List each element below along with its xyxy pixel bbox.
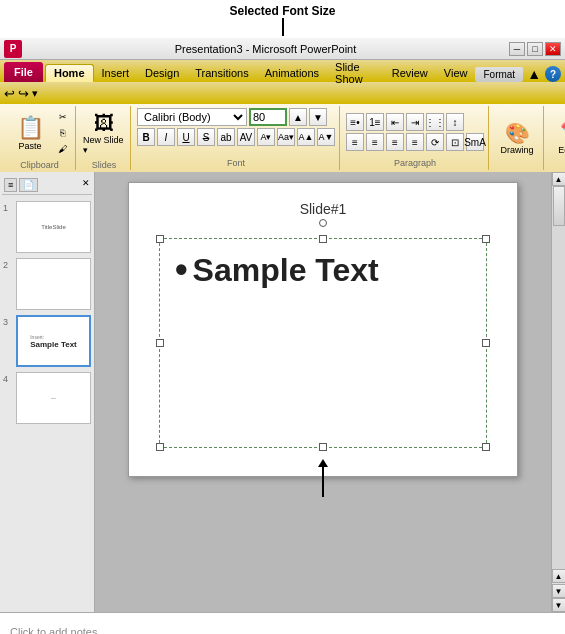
columns-button[interactable]: ⋮⋮ <box>426 113 444 131</box>
tab-home[interactable]: Home <box>45 64 94 82</box>
scroll-thumb[interactable] <box>553 186 565 226</box>
align-right-btn[interactable]: ≡ <box>386 133 404 151</box>
paste-icon: 📋 <box>17 115 44 141</box>
scroll-down-btn[interactable]: ▼ <box>552 598 566 612</box>
grow-font-btn[interactable]: A▲ <box>297 128 315 146</box>
scroll-up-btn[interactable]: ▲ <box>552 172 566 186</box>
font-color-btn[interactable]: A▾ <box>257 128 275 146</box>
bottom-arrow <box>318 459 328 497</box>
panel-outline-btn[interactable]: 📄 <box>19 178 38 192</box>
collapse-ribbon-btn[interactable]: ▲ <box>527 66 541 82</box>
redo-button[interactable]: ↪ <box>18 86 29 101</box>
handle-tc[interactable] <box>319 235 327 243</box>
shadow-button[interactable]: ab <box>217 128 235 146</box>
text-direction-btn[interactable]: ⟳ <box>426 133 444 151</box>
convert-smartart-btn[interactable]: SmA <box>466 133 484 151</box>
slide-panel: ≡ 📄 ✕ 1 TitleSlide 2 3 Insert: Sample Te… <box>0 172 95 612</box>
shrink-font-btn[interactable]: A▼ <box>317 128 335 146</box>
undo-button[interactable]: ↩ <box>4 86 15 101</box>
tab-review[interactable]: Review <box>384 64 436 82</box>
slide-thumbnail-3[interactable]: 3 Insert: Sample Text <box>2 314 92 368</box>
italic-button[interactable]: I <box>157 128 175 146</box>
paste-button[interactable]: 📋 Paste <box>8 108 52 158</box>
editing-label: Editing <box>558 145 565 155</box>
format-painter-button[interactable]: 🖌 <box>54 142 71 156</box>
arrow-head-up <box>318 459 328 467</box>
tab-slideshow[interactable]: Slide Show <box>327 64 384 82</box>
align-left-btn[interactable]: ≡ <box>346 133 364 151</box>
handle-ml[interactable] <box>156 339 164 347</box>
underline-button[interactable]: U <box>177 128 195 146</box>
sample-text: Sample Text <box>193 252 379 289</box>
handle-bc[interactable] <box>319 443 327 451</box>
copy-button[interactable]: ⎘ <box>54 126 71 140</box>
panel-view-btn[interactable]: ≡ <box>4 178 17 192</box>
slide-thumbnail-4[interactable]: 4 — <box>2 371 92 425</box>
ribbon-group-paragraph: ≡• 1≡ ⇤ ⇥ ⋮⋮ ↕ ≡ ≡ ≡ ≡ ⟳ ⊡ SmA Paragr <box>342 106 489 170</box>
justify-btn[interactable]: ≡ <box>406 133 424 151</box>
handle-mr[interactable] <box>482 339 490 347</box>
tab-design[interactable]: Design <box>137 64 187 82</box>
font-size-increase-btn[interactable]: ▲ <box>289 108 307 126</box>
customize-quick-access[interactable]: ▾ <box>32 87 38 100</box>
new-slide-icon: 🖼 <box>94 112 114 135</box>
font-section: Calibri (Body) ▲ ▼ B I U S ab AV A▾ Aa▾ … <box>137 108 335 146</box>
tab-insert[interactable]: Insert <box>94 64 138 82</box>
tab-transitions[interactable]: Transitions <box>187 64 256 82</box>
character-spacing-button[interactable]: AV <box>237 128 255 146</box>
notes-placeholder: Click to add notes <box>10 626 97 635</box>
text-box-selected[interactable]: • Sample Text <box>159 238 487 448</box>
scroll-next-slide-btn[interactable]: ▼ <box>552 584 566 598</box>
handle-tr[interactable] <box>482 235 490 243</box>
font-row-2: B I U S ab AV A▾ Aa▾ A▲ A▼ <box>137 128 335 146</box>
main-area: ≡ 📄 ✕ 1 TitleSlide 2 3 Insert: Sample Te… <box>0 172 565 612</box>
drawing-button[interactable]: 🎨 Drawing <box>495 113 539 163</box>
text-highlight-btn[interactable]: Aa▾ <box>277 128 295 146</box>
format-tab[interactable]: Format <box>475 67 523 82</box>
font-size-input[interactable] <box>249 108 287 126</box>
cut-button[interactable]: ✂ <box>54 110 71 124</box>
font-name-selector[interactable]: Calibri (Body) <box>137 108 247 126</box>
help-button[interactable]: ? <box>545 66 561 82</box>
align-center-btn[interactable]: ≡ <box>366 133 384 151</box>
slide-thumbnail-2[interactable]: 2 <box>2 257 92 311</box>
close-button[interactable]: ✕ <box>545 42 561 56</box>
new-slide-button[interactable]: 🖼 New Slide ▾ <box>82 108 126 158</box>
handle-br[interactable] <box>482 443 490 451</box>
line-spacing-btn[interactable]: ↕ <box>446 113 464 131</box>
ribbon-group-slides: 🖼 New Slide ▾ Slides <box>78 106 131 170</box>
editing-button[interactable]: ✏️ Editing <box>550 113 565 163</box>
window-title: Presentation3 - Microsoft PowerPoint <box>22 43 509 55</box>
slide-canvas: Slide#1 • Sam <box>128 182 518 477</box>
tab-view[interactable]: View <box>436 64 476 82</box>
minimize-button[interactable]: ─ <box>509 42 525 56</box>
numbering-button[interactable]: 1≡ <box>366 113 384 131</box>
tab-animations[interactable]: Animations <box>257 64 327 82</box>
strikethrough-button[interactable]: S <box>197 128 215 146</box>
font-size-decrease-btn[interactable]: ▼ <box>309 108 327 126</box>
bullets-button[interactable]: ≡• <box>346 113 364 131</box>
slide-thumbnail-1[interactable]: 1 TitleSlide <box>2 200 92 254</box>
slide-title: Slide#1 <box>300 201 347 217</box>
clipboard-group-content: 📋 Paste ✂ ⎘ 🖌 <box>8 108 71 158</box>
drawing-label: Drawing <box>500 145 533 155</box>
increase-indent-btn[interactable]: ⇥ <box>406 113 424 131</box>
title-bar: P Presentation3 - Microsoft PowerPoint ─… <box>0 38 565 60</box>
decrease-indent-btn[interactable]: ⇤ <box>386 113 404 131</box>
notes-area[interactable]: Click to add notes <box>0 612 565 634</box>
maximize-button[interactable]: □ <box>527 42 543 56</box>
bold-button[interactable]: B <box>137 128 155 146</box>
panel-close-btn[interactable]: ✕ <box>82 178 90 192</box>
handle-bl[interactable] <box>156 443 164 451</box>
font-row-1: Calibri (Body) ▲ ▼ <box>137 108 335 126</box>
arrow-line <box>322 467 324 497</box>
handle-tl[interactable] <box>156 235 164 243</box>
align-text-btn[interactable]: ⊡ <box>446 133 464 151</box>
canvas-area: Slide#1 • Sam <box>95 172 551 612</box>
clipboard-label: Clipboard <box>20 158 59 170</box>
scroll-prev-slide-btn[interactable]: ▲ <box>552 569 566 583</box>
rotate-handle[interactable] <box>319 219 327 227</box>
file-tab[interactable]: File <box>4 62 43 82</box>
drawing-icon: 🎨 <box>505 121 530 145</box>
scroll-track[interactable] <box>552 186 565 569</box>
